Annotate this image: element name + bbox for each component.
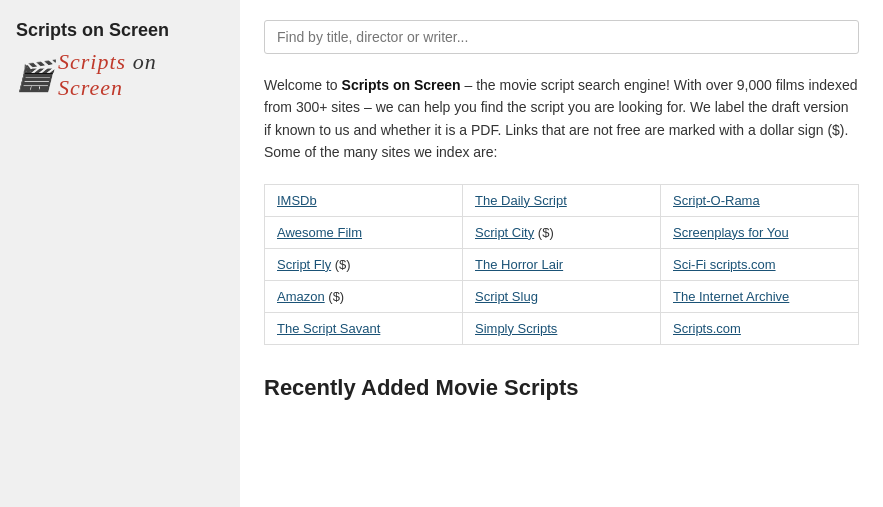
site-link[interactable]: The Internet Archive — [673, 289, 789, 304]
table-row: IMSDbThe Daily ScriptScript-O-Rama — [265, 184, 859, 216]
table-row: Amazon ($)Script SlugThe Internet Archiv… — [265, 280, 859, 312]
table-cell: Awesome Film — [265, 216, 463, 248]
search-input[interactable] — [264, 20, 859, 54]
site-link[interactable]: The Script Savant — [277, 321, 380, 336]
table-cell: Scripts.com — [661, 312, 859, 344]
table-cell: The Internet Archive — [661, 280, 859, 312]
site-link[interactable]: Script City — [475, 225, 534, 240]
sidebar: Scripts on Screen 🎬 Scripts on Screen — [0, 0, 240, 507]
table-cell: IMSDb — [265, 184, 463, 216]
table-cell: Script-O-Rama — [661, 184, 859, 216]
table-cell: Amazon ($) — [265, 280, 463, 312]
recently-added-heading: Recently Added Movie Scripts — [264, 375, 859, 401]
site-link[interactable]: The Daily Script — [475, 193, 567, 208]
table-cell: The Script Savant — [265, 312, 463, 344]
site-link[interactable]: Awesome Film — [277, 225, 362, 240]
site-link[interactable]: Amazon — [277, 289, 325, 304]
site-dollar-indicator: ($) — [331, 257, 351, 272]
table-cell: The Daily Script — [463, 184, 661, 216]
table-cell: The Horror Lair — [463, 248, 661, 280]
table-cell: Sci-Fi scripts.com — [661, 248, 859, 280]
table-row: Awesome FilmScript City ($)Screenplays f… — [265, 216, 859, 248]
logo-text: Scripts on Screen — [58, 49, 224, 101]
table-row: Script Fly ($)The Horror LairSci-Fi scri… — [265, 248, 859, 280]
table-cell: Script Slug — [463, 280, 661, 312]
site-dollar-indicator: ($) — [325, 289, 345, 304]
table-cell: Script Fly ($) — [265, 248, 463, 280]
site-link[interactable]: Simply Scripts — [475, 321, 557, 336]
site-link[interactable]: IMSDb — [277, 193, 317, 208]
site-link[interactable]: Sci-Fi scripts.com — [673, 257, 776, 272]
welcome-paragraph: Welcome to Scripts on Screen – the movie… — [264, 74, 859, 164]
site-link[interactable]: Scripts.com — [673, 321, 741, 336]
sites-table: IMSDbThe Daily ScriptScript-O-RamaAwesom… — [264, 184, 859, 345]
site-link[interactable]: Script Slug — [475, 289, 538, 304]
welcome-brand: Scripts on Screen — [342, 77, 461, 93]
clapperboard-icon: 🎬 — [16, 58, 54, 93]
sidebar-logo: 🎬 Scripts on Screen — [16, 49, 224, 101]
main-content: Welcome to Scripts on Screen – the movie… — [240, 0, 883, 507]
site-link[interactable]: The Horror Lair — [475, 257, 563, 272]
table-cell: Script City ($) — [463, 216, 661, 248]
table-cell: Screenplays for You — [661, 216, 859, 248]
site-link[interactable]: Script-O-Rama — [673, 193, 760, 208]
welcome-intro: Welcome to — [264, 77, 342, 93]
site-dollar-indicator: ($) — [534, 225, 554, 240]
site-link[interactable]: Screenplays for You — [673, 225, 789, 240]
table-cell: Simply Scripts — [463, 312, 661, 344]
sidebar-title: Scripts on Screen — [16, 20, 224, 41]
site-link[interactable]: Script Fly — [277, 257, 331, 272]
table-row: The Script SavantSimply ScriptsScripts.c… — [265, 312, 859, 344]
